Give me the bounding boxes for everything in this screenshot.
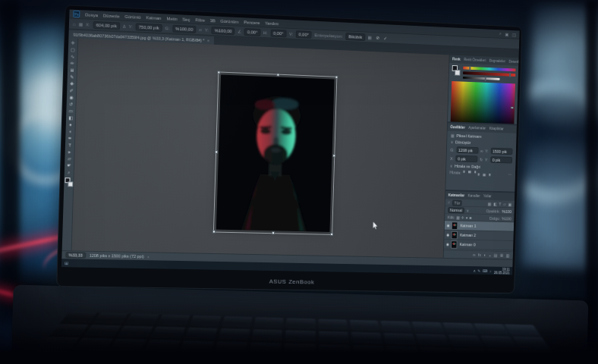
align-bottom-icon[interactable]: ▗ [487,171,490,176]
keyboard-key[interactable] [513,337,550,349]
keyboard-key[interactable] [319,359,353,364]
keyboard-key[interactable] [252,329,283,340]
keyboard-key[interactable] [352,345,386,358]
keyboard-key[interactable] [319,344,351,357]
zoom-tool[interactable]: ⌕ [65,169,73,175]
prop-link-icon[interactable]: ∞ [480,149,483,153]
collapse-icon[interactable]: ∨ [451,140,454,144]
visibility-eye-icon[interactable]: ◉ [447,223,450,228]
layer-name[interactable]: Katman 0 [459,242,475,246]
opacity-value[interactable]: %100 [502,209,511,213]
close-tab-icon[interactable]: × [207,38,209,42]
tab-kanallar[interactable]: Kanallar [467,194,480,198]
menu-pencere[interactable]: Pencere [244,20,260,25]
keyboard-key[interactable] [254,317,284,328]
width-input[interactable]: %100,00 [172,24,196,33]
keyboard-key[interactable] [51,324,89,335]
shape-tool[interactable]: ▱ [65,155,74,162]
keyboard-key[interactable] [349,320,379,331]
background-color-swatch[interactable] [68,181,73,187]
move-tool[interactable]: ✛ [69,39,77,46]
y-position-input[interactable]: 750,00 pik [136,23,162,31]
keyboard-key[interactable] [480,336,517,348]
reference-point-icon[interactable]: ▦ [78,21,83,27]
blur-tool[interactable]: ● [66,121,74,127]
color-spectrum-picker[interactable] [451,81,515,124]
tab-katmanlar[interactable]: Katmanlar [448,193,464,197]
tab-renk-ornekleri[interactable]: Renk Örnekleri [464,58,486,62]
keyboard-key[interactable] [383,333,416,345]
menu-dosya[interactable]: Dosya [85,12,98,17]
keyboard-key[interactable] [151,327,185,338]
tab-degradeler[interactable]: Degradeler [489,59,505,64]
keyboard-key[interactable] [487,349,525,362]
transform-handle-middle-right[interactable] [332,154,335,157]
keyboard-key[interactable] [420,347,455,360]
keyboard-key[interactable] [65,352,105,364]
h-skew-input[interactable]: 0,00° [270,29,286,37]
lock-all-icon[interactable]: ■ [469,215,471,220]
menu-filtre[interactable]: Filtre [195,17,205,23]
brightness-slider[interactable] [463,77,500,80]
arrange-icon[interactable]: ◫ [512,32,516,37]
home-icon[interactable]: ⌂ [73,21,76,26]
align-top-icon[interactable]: ▖ [478,171,481,176]
keyboard-key[interactable] [190,315,222,326]
keyboard-key[interactable] [157,315,190,325]
tray-chevron-icon[interactable]: ∧ [473,268,475,273]
type-tool[interactable]: T [65,142,74,148]
brightness-slider-handle[interactable] [485,77,486,81]
filter-smart-icon[interactable]: ▣ [508,202,512,206]
spectrum-handle[interactable] [511,107,515,109]
tab-yollar[interactable]: Yollar [483,194,492,198]
clone-stamp-tool[interactable]: ◉ [67,94,75,100]
layer-effects-icon[interactable]: fx [478,253,481,257]
healing-brush-tool[interactable]: ✚ [68,80,76,86]
visibility-eye-icon[interactable]: ◉ [446,233,449,237]
pen-tool[interactable]: ✒ [66,135,74,141]
prop-width-input[interactable]: 1208 pik [456,146,478,154]
tray-pen-icon[interactable]: ✎ [477,268,480,273]
menu-gorunum[interactable]: Görünüm [220,18,238,24]
keyboard-key[interactable] [319,331,349,344]
keyboard-key[interactable] [351,332,382,344]
keyboard-key[interactable] [416,334,450,346]
transform-handle-top-center[interactable] [276,74,279,77]
keyboard-key[interactable] [442,322,476,334]
transform-handle-middle-left[interactable] [215,150,218,153]
transform-handle-bottom-right[interactable] [330,233,333,236]
keyboard-key[interactable] [284,344,316,356]
filter-pixel-icon[interactable]: ▦ [488,201,492,206]
color-swatches[interactable] [452,65,460,76]
menu-katman[interactable]: Katman [146,15,161,20]
filter-type-icon[interactable]: T [499,202,501,206]
visibility-eye-icon[interactable]: ◉ [446,242,449,246]
keyboard-key[interactable] [125,314,159,325]
keyboard-key[interactable] [84,325,121,336]
keyboard-key[interactable] [474,323,508,334]
more-options-icon[interactable]: ⋯ [508,172,512,177]
height-input[interactable]: %100,00 [212,27,235,35]
cancel-transform-button[interactable]: ⊘ [376,35,379,40]
zoom-level-input[interactable]: %33,33 [65,252,86,258]
keyboard-key[interactable] [521,350,560,362]
warp-mode-icon[interactable]: ▦ [368,35,372,40]
align-left-icon[interactable]: ▘ [463,171,466,175]
layer-mask-icon[interactable]: ◐ [483,253,486,257]
keyboard-key[interactable] [247,356,281,364]
keyboard-key[interactable] [380,321,411,332]
saturation-slider[interactable] [463,71,515,77]
keyboard-key[interactable] [283,358,316,364]
marquee-tool[interactable]: ▢ [68,46,77,52]
hue-slider[interactable] [463,67,515,72]
x-position-input[interactable]: 604,00 pik [93,20,120,30]
prop-y-input[interactable]: 0 pik [490,156,512,163]
tab-ozellikler[interactable]: Özellikler [450,125,464,129]
photoshop-logo-icon[interactable]: Ps [73,11,80,17]
menu-metin[interactable]: Metin [166,16,177,21]
eyedropper-tool[interactable]: ✎ [68,74,76,80]
keyboard-key[interactable] [318,319,348,330]
keyboard-key[interactable] [109,339,146,352]
new-layer-icon[interactable]: ⊞ [500,253,503,258]
collapse-icon[interactable]: ∨ [450,164,453,168]
